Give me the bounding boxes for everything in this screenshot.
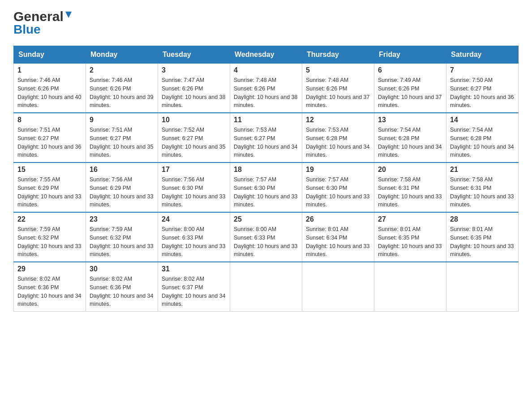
- calendar-header-saturday: Saturday: [446, 46, 519, 64]
- calendar-header-monday: Monday: [86, 46, 158, 64]
- day-number: 2: [90, 66, 154, 74]
- calendar-cell: 14Sunrise: 7:54 AMSunset: 6:28 PMDayligh…: [446, 113, 519, 163]
- calendar-header-tuesday: Tuesday: [158, 46, 230, 64]
- calendar-week-row: 29Sunrise: 8:02 AMSunset: 6:36 PMDayligh…: [14, 262, 519, 312]
- day-number: 25: [234, 215, 298, 223]
- logo: General Blue: [13, 9, 73, 37]
- calendar-cell: 17Sunrise: 7:56 AMSunset: 6:30 PMDayligh…: [158, 163, 230, 212]
- day-number: 30: [90, 265, 154, 273]
- day-number: 31: [162, 265, 226, 273]
- day-info: Sunrise: 8:02 AMSunset: 6:36 PMDaylight:…: [90, 275, 154, 308]
- calendar-cell: 30Sunrise: 8:02 AMSunset: 6:36 PMDayligh…: [86, 262, 158, 312]
- calendar-cell: 28Sunrise: 8:01 AMSunset: 6:35 PMDayligh…: [446, 212, 519, 262]
- calendar-cell: [302, 262, 374, 312]
- calendar-header-row: SundayMondayTuesdayWednesdayThursdayFrid…: [14, 46, 519, 64]
- day-number: 5: [306, 66, 370, 74]
- calendar-week-row: 8Sunrise: 7:51 AMSunset: 6:27 PMDaylight…: [14, 113, 519, 163]
- day-info: Sunrise: 8:00 AMSunset: 6:33 PMDaylight:…: [162, 225, 226, 259]
- logo-general-text: General: [13, 9, 64, 24]
- calendar-cell: [374, 262, 446, 312]
- calendar-cell: 29Sunrise: 8:02 AMSunset: 6:36 PMDayligh…: [14, 262, 86, 312]
- calendar-cell: 22Sunrise: 7:59 AMSunset: 6:32 PMDayligh…: [14, 212, 86, 262]
- day-info: Sunrise: 7:49 AMSunset: 6:26 PMDaylight:…: [378, 76, 442, 110]
- calendar-body: 1Sunrise: 7:46 AMSunset: 6:26 PMDaylight…: [14, 64, 519, 312]
- calendar-week-row: 15Sunrise: 7:55 AMSunset: 6:29 PMDayligh…: [14, 163, 519, 212]
- day-info: Sunrise: 8:00 AMSunset: 6:33 PMDaylight:…: [234, 225, 298, 259]
- day-number: 15: [17, 166, 82, 174]
- day-info: Sunrise: 7:53 AMSunset: 6:27 PMDaylight:…: [234, 126, 298, 159]
- calendar-cell: 9Sunrise: 7:51 AMSunset: 6:27 PMDaylight…: [86, 113, 158, 163]
- day-info: Sunrise: 7:58 AMSunset: 6:31 PMDaylight:…: [378, 176, 442, 209]
- calendar-cell: 10Sunrise: 7:52 AMSunset: 6:27 PMDayligh…: [158, 113, 230, 163]
- calendar-cell: 5Sunrise: 7:48 AMSunset: 6:26 PMDaylight…: [302, 64, 374, 113]
- day-info: Sunrise: 7:48 AMSunset: 6:26 PMDaylight:…: [234, 76, 298, 110]
- day-number: 22: [17, 215, 82, 223]
- day-info: Sunrise: 7:56 AMSunset: 6:30 PMDaylight:…: [162, 176, 226, 209]
- calendar-cell: 2Sunrise: 7:46 AMSunset: 6:26 PMDaylight…: [86, 64, 158, 113]
- day-info: Sunrise: 8:01 AMSunset: 6:35 PMDaylight:…: [378, 225, 442, 259]
- calendar-cell: 18Sunrise: 7:57 AMSunset: 6:30 PMDayligh…: [230, 163, 302, 212]
- day-number: 3: [162, 66, 226, 74]
- svg-marker-0: [65, 12, 72, 18]
- calendar-header-thursday: Thursday: [302, 46, 374, 64]
- calendar-cell: 15Sunrise: 7:55 AMSunset: 6:29 PMDayligh…: [14, 163, 86, 212]
- day-number: 27: [378, 215, 442, 223]
- calendar-cell: 12Sunrise: 7:53 AMSunset: 6:28 PMDayligh…: [302, 113, 374, 163]
- day-number: 14: [450, 116, 515, 124]
- day-number: 7: [450, 66, 515, 74]
- day-number: 17: [162, 166, 226, 174]
- calendar-header-wednesday: Wednesday: [230, 46, 302, 64]
- day-number: 1: [17, 66, 82, 74]
- calendar-cell: 19Sunrise: 7:57 AMSunset: 6:30 PMDayligh…: [302, 163, 374, 212]
- logo-blue-text: Blue: [13, 22, 41, 37]
- day-number: 4: [234, 66, 298, 74]
- calendar-cell: 21Sunrise: 7:58 AMSunset: 6:31 PMDayligh…: [446, 163, 519, 212]
- day-number: 26: [306, 215, 370, 223]
- calendar-cell: 13Sunrise: 7:54 AMSunset: 6:28 PMDayligh…: [374, 113, 446, 163]
- calendar-week-row: 22Sunrise: 7:59 AMSunset: 6:32 PMDayligh…: [14, 212, 519, 262]
- day-info: Sunrise: 7:51 AMSunset: 6:27 PMDaylight:…: [17, 126, 82, 159]
- calendar-header-friday: Friday: [374, 46, 446, 64]
- day-info: Sunrise: 7:54 AMSunset: 6:28 PMDaylight:…: [378, 126, 442, 159]
- calendar-table: SundayMondayTuesdayWednesdayThursdayFrid…: [13, 46, 519, 312]
- day-info: Sunrise: 7:51 AMSunset: 6:27 PMDaylight:…: [90, 126, 154, 159]
- day-info: Sunrise: 8:02 AMSunset: 6:36 PMDaylight:…: [17, 275, 82, 308]
- day-number: 19: [306, 166, 370, 174]
- day-number: 23: [90, 215, 154, 223]
- calendar-cell: 1Sunrise: 7:46 AMSunset: 6:26 PMDaylight…: [14, 64, 86, 113]
- day-number: 13: [378, 116, 442, 124]
- day-info: Sunrise: 7:48 AMSunset: 6:26 PMDaylight:…: [306, 76, 370, 110]
- calendar-cell: 3Sunrise: 7:47 AMSunset: 6:26 PMDaylight…: [158, 64, 230, 113]
- calendar-week-row: 1Sunrise: 7:46 AMSunset: 6:26 PMDaylight…: [14, 64, 519, 113]
- day-number: 12: [306, 116, 370, 124]
- calendar-cell: 11Sunrise: 7:53 AMSunset: 6:27 PMDayligh…: [230, 113, 302, 163]
- calendar-cell: 6Sunrise: 7:49 AMSunset: 6:26 PMDaylight…: [374, 64, 446, 113]
- day-number: 24: [162, 215, 226, 223]
- calendar-cell: 20Sunrise: 7:58 AMSunset: 6:31 PMDayligh…: [374, 163, 446, 212]
- day-info: Sunrise: 7:54 AMSunset: 6:28 PMDaylight:…: [450, 126, 515, 159]
- day-info: Sunrise: 7:57 AMSunset: 6:30 PMDaylight:…: [306, 176, 370, 209]
- day-info: Sunrise: 7:59 AMSunset: 6:32 PMDaylight:…: [90, 225, 154, 259]
- calendar-cell: 23Sunrise: 7:59 AMSunset: 6:32 PMDayligh…: [86, 212, 158, 262]
- day-info: Sunrise: 8:02 AMSunset: 6:37 PMDaylight:…: [162, 275, 226, 308]
- calendar-cell: 31Sunrise: 8:02 AMSunset: 6:37 PMDayligh…: [158, 262, 230, 312]
- page-header: General Blue: [13, 9, 519, 37]
- calendar-cell: [230, 262, 302, 312]
- calendar-cell: 4Sunrise: 7:48 AMSunset: 6:26 PMDaylight…: [230, 64, 302, 113]
- day-number: 21: [450, 166, 515, 174]
- day-number: 6: [378, 66, 442, 74]
- calendar-header-sunday: Sunday: [14, 46, 86, 64]
- day-number: 16: [90, 166, 154, 174]
- calendar-cell: 25Sunrise: 8:00 AMSunset: 6:33 PMDayligh…: [230, 212, 302, 262]
- day-info: Sunrise: 7:46 AMSunset: 6:26 PMDaylight:…: [17, 76, 82, 110]
- day-number: 20: [378, 166, 442, 174]
- day-number: 29: [17, 265, 82, 273]
- calendar-cell: [446, 262, 519, 312]
- day-number: 8: [17, 116, 82, 124]
- day-number: 9: [90, 116, 154, 124]
- day-info: Sunrise: 7:55 AMSunset: 6:29 PMDaylight:…: [17, 176, 82, 209]
- day-info: Sunrise: 7:53 AMSunset: 6:28 PMDaylight:…: [306, 126, 370, 159]
- day-number: 18: [234, 166, 298, 174]
- day-info: Sunrise: 7:56 AMSunset: 6:29 PMDaylight:…: [90, 176, 154, 209]
- calendar-cell: 16Sunrise: 7:56 AMSunset: 6:29 PMDayligh…: [86, 163, 158, 212]
